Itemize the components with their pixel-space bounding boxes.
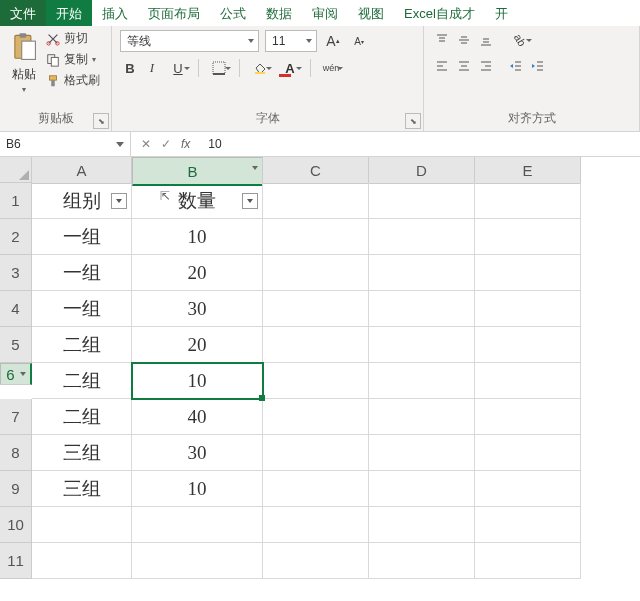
- align-bottom-button[interactable]: [476, 30, 496, 50]
- copy-button[interactable]: 复制▾: [46, 51, 100, 68]
- cell[interactable]: [475, 219, 581, 255]
- cell[interactable]: [32, 543, 132, 579]
- align-top-button[interactable]: [432, 30, 452, 50]
- cell[interactable]: 二组: [32, 399, 132, 435]
- cell[interactable]: [369, 327, 475, 363]
- increase-font-button[interactable]: A▴: [323, 31, 343, 51]
- font-name-select[interactable]: 等线: [120, 30, 259, 52]
- cell[interactable]: [263, 327, 369, 363]
- cell[interactable]: 一组: [32, 255, 132, 291]
- cell[interactable]: [369, 363, 475, 399]
- tab-home[interactable]: 开始: [46, 0, 92, 26]
- underline-button[interactable]: U: [164, 58, 192, 78]
- tab-review[interactable]: 审阅: [302, 0, 348, 26]
- tab-file[interactable]: 文件: [0, 0, 46, 26]
- cell[interactable]: 组别: [32, 183, 132, 219]
- row-header[interactable]: 5: [0, 327, 32, 363]
- cancel-formula-button[interactable]: ✕: [141, 137, 151, 151]
- row-header[interactable]: 10: [0, 507, 32, 543]
- cell[interactable]: [475, 543, 581, 579]
- row-header[interactable]: 4: [0, 291, 32, 327]
- row-header[interactable]: 3: [0, 255, 32, 291]
- row-header[interactable]: 9: [0, 471, 32, 507]
- cell[interactable]: [263, 183, 369, 219]
- cell[interactable]: [263, 291, 369, 327]
- filter-button[interactable]: [242, 193, 258, 209]
- cell[interactable]: 40: [132, 399, 263, 435]
- row-header[interactable]: 7: [0, 399, 32, 435]
- tab-custom[interactable]: Excel自成才: [394, 0, 485, 26]
- spreadsheet-grid[interactable]: ABCDE1组别数量⇱2一组103一组204一组305二组206二组107二组4…: [0, 157, 640, 579]
- cell[interactable]: 三组: [32, 435, 132, 471]
- tab-insert[interactable]: 插入: [92, 0, 138, 26]
- cell[interactable]: [369, 435, 475, 471]
- row-header[interactable]: 2: [0, 219, 32, 255]
- cell[interactable]: [369, 399, 475, 435]
- cell[interactable]: [263, 435, 369, 471]
- cell[interactable]: 三组: [32, 471, 132, 507]
- column-header[interactable]: B: [132, 157, 263, 186]
- fill-color-button[interactable]: [246, 58, 274, 78]
- cell[interactable]: [132, 543, 263, 579]
- cell[interactable]: [263, 363, 369, 399]
- enter-formula-button[interactable]: ✓: [161, 137, 171, 151]
- filter-button[interactable]: [111, 193, 127, 209]
- row-header[interactable]: 11: [0, 543, 32, 579]
- italic-button[interactable]: I: [142, 58, 162, 78]
- cell[interactable]: [475, 435, 581, 471]
- row-header[interactable]: 1: [0, 183, 32, 219]
- paste-button[interactable]: 粘贴 ▾: [8, 30, 40, 96]
- cell[interactable]: 一组: [32, 219, 132, 255]
- align-middle-button[interactable]: [454, 30, 474, 50]
- insert-function-button[interactable]: fx: [181, 137, 190, 151]
- tab-view[interactable]: 视图: [348, 0, 394, 26]
- cell[interactable]: [32, 507, 132, 543]
- cell[interactable]: [369, 291, 475, 327]
- font-size-select[interactable]: 11: [265, 30, 317, 52]
- cell[interactable]: [263, 399, 369, 435]
- row-header[interactable]: 6: [0, 363, 32, 385]
- cell[interactable]: [263, 471, 369, 507]
- cell[interactable]: 10: [132, 219, 263, 255]
- cell[interactable]: [475, 363, 581, 399]
- tab-data[interactable]: 数据: [256, 0, 302, 26]
- formula-bar[interactable]: 10: [200, 137, 229, 151]
- cell[interactable]: 一组: [32, 291, 132, 327]
- cell[interactable]: [369, 255, 475, 291]
- decrease-font-button[interactable]: A▾: [349, 31, 369, 51]
- font-color-button[interactable]: A: [276, 58, 304, 78]
- cell[interactable]: 数量⇱: [132, 183, 263, 219]
- cell[interactable]: [369, 219, 475, 255]
- cell[interactable]: [369, 543, 475, 579]
- select-all-corner[interactable]: [0, 157, 32, 183]
- cell[interactable]: [263, 507, 369, 543]
- row-header[interactable]: 8: [0, 435, 32, 471]
- cell[interactable]: [475, 471, 581, 507]
- cell[interactable]: 二组: [32, 327, 132, 363]
- name-box[interactable]: B6: [0, 132, 131, 156]
- cell[interactable]: 二组: [32, 363, 132, 399]
- increase-indent-button[interactable]: [528, 56, 548, 76]
- orientation-button[interactable]: ab: [506, 30, 534, 50]
- border-button[interactable]: [205, 58, 233, 78]
- decrease-indent-button[interactable]: [506, 56, 526, 76]
- cell[interactable]: 20: [132, 327, 263, 363]
- bold-button[interactable]: B: [120, 58, 140, 78]
- cell[interactable]: [369, 183, 475, 219]
- align-center-button[interactable]: [454, 56, 474, 76]
- column-header[interactable]: D: [369, 157, 475, 184]
- cell[interactable]: [369, 471, 475, 507]
- cell[interactable]: [475, 327, 581, 363]
- cell[interactable]: [369, 507, 475, 543]
- cell[interactable]: [475, 507, 581, 543]
- cell[interactable]: [263, 543, 369, 579]
- tab-page-layout[interactable]: 页面布局: [138, 0, 210, 26]
- cell[interactable]: [475, 399, 581, 435]
- cell[interactable]: [263, 219, 369, 255]
- clipboard-dialog-launcher[interactable]: ⬊: [93, 113, 109, 129]
- column-header[interactable]: C: [263, 157, 369, 184]
- cell[interactable]: 10: [132, 471, 263, 507]
- align-right-button[interactable]: [476, 56, 496, 76]
- cell[interactable]: [132, 507, 263, 543]
- tab-more[interactable]: 开: [485, 0, 518, 26]
